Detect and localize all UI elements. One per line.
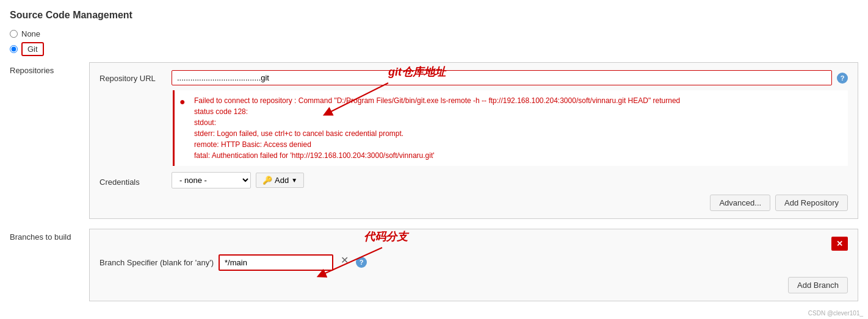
branch-bottom-buttons: Add Branch xyxy=(99,277,848,293)
git-label: Git xyxy=(27,45,38,54)
scm-radio-group: None Git xyxy=(10,29,858,56)
git-selected-box: Git xyxy=(21,42,44,56)
watermark: CSDN @clever101_ xyxy=(808,310,863,311)
error-text: Failed to connect to repository : Comman… xyxy=(194,95,680,161)
branch-specifier-input[interactable] xyxy=(219,254,333,271)
credentials-add-button[interactable]: 🔑 Add ▼ xyxy=(256,173,304,188)
delete-x-row: ✕ xyxy=(99,237,848,251)
add-repository-button[interactable]: Add Repository xyxy=(775,195,848,211)
repository-url-row: Repository URL ? xyxy=(99,70,848,85)
branches-label: Branches to build xyxy=(10,229,89,301)
credentials-select[interactable]: - none - xyxy=(172,172,251,188)
repository-url-help-icon[interactable]: ? xyxy=(837,73,848,84)
error-icon: ● xyxy=(179,96,189,161)
none-label: None xyxy=(21,29,40,38)
caret-icon: ▼ xyxy=(291,177,297,184)
branch-specifier-row: Branch Specifier (blank for 'any') ✕ ? xyxy=(99,254,848,271)
repositories-label: Repositories xyxy=(10,62,89,219)
advanced-button[interactable]: Advanced... xyxy=(710,195,770,211)
credentials-row: Credentials - none - 🔑 Add ▼ xyxy=(99,172,848,188)
repository-action-buttons: Advanced... Add Repository xyxy=(99,195,848,211)
branch-specifier-label: Branch Specifier (blank for 'any') xyxy=(99,254,214,267)
git-radio-item[interactable]: Git xyxy=(10,42,858,56)
repository-url-input[interactable] xyxy=(172,70,832,85)
none-radio[interactable] xyxy=(10,30,18,38)
branches-content: ✕ Branch Specifier (blank for 'any') ✕ ?… xyxy=(89,229,858,301)
error-block: ● Failed to connect to repository : Comm… xyxy=(173,90,848,166)
repositories-section: Repositories Repository URL ? ● Failed t… xyxy=(10,62,858,219)
delete-branch-button[interactable]: ✕ xyxy=(831,237,848,251)
repositories-content: Repository URL ? ● Failed to connect to … xyxy=(89,62,858,219)
clear-branch-button[interactable]: ✕ xyxy=(338,254,351,266)
branch-specifier-help-icon[interactable]: ? xyxy=(356,257,367,268)
page-title: Source Code Management xyxy=(10,10,858,21)
repository-url-label: Repository URL xyxy=(99,70,167,83)
git-radio[interactable] xyxy=(10,45,18,53)
credentials-label: Credentials xyxy=(99,174,167,187)
none-radio-item[interactable]: None xyxy=(10,29,858,38)
branches-section: Branches to build ✕ Branch Specifier (bl… xyxy=(10,229,858,301)
key-icon: 🔑 xyxy=(262,176,272,185)
add-branch-button[interactable]: Add Branch xyxy=(788,277,848,293)
